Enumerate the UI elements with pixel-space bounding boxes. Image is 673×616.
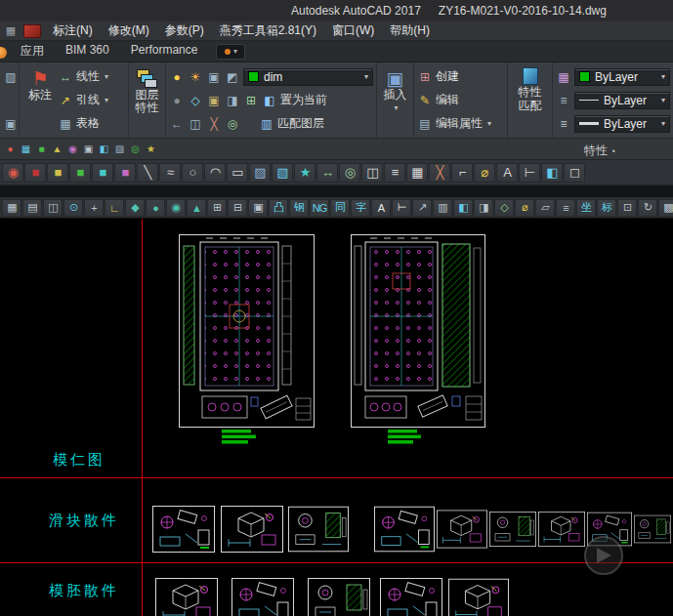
label-mold-core[interactable]: 模仁图 <box>53 451 105 470</box>
color-magenta-icon[interactable]: ■ <box>114 163 136 183</box>
layer-freeze-icon[interactable]: ◇ <box>188 93 203 108</box>
yanxiu-coord-icon[interactable]: 坐 <box>576 199 596 217</box>
offset-icon[interactable]: ≡ <box>384 163 405 183</box>
cropped-tool-icon[interactable]: ▨ <box>3 69 19 85</box>
layer-combobox[interactable]: dim ▾ <box>243 68 373 86</box>
match-properties-button[interactable]: 特性 匹配 <box>519 65 542 112</box>
properties-panel-title[interactable]: 特性 ▪ <box>584 143 615 159</box>
mold-core-drawing-right[interactable] <box>352 235 485 444</box>
regen-icon[interactable]: ↻ <box>638 199 657 217</box>
color-cyan-icon[interactable]: ■ <box>92 163 113 183</box>
label-slider-parts[interactable]: 滑块散件 <box>49 512 119 530</box>
layer-on-bulb-icon[interactable]: ● <box>169 69 185 85</box>
image-ref-icon[interactable]: ▣ <box>248 199 268 217</box>
gradient-icon[interactable]: ▧ <box>272 163 293 183</box>
linetype-combobox[interactable]: ByLayer ▾ <box>574 92 670 109</box>
part-thumbnail[interactable] <box>634 515 670 543</box>
yanxiu-label-icon[interactable]: 标 <box>597 199 616 217</box>
menu-parametric[interactable]: 参数(P) <box>157 21 212 41</box>
table-grid-icon[interactable]: ▦ <box>2 199 21 217</box>
layer-properties-button[interactable]: 图层 特性 <box>136 65 159 114</box>
text-icon[interactable]: A <box>496 163 518 183</box>
fillet-icon[interactable]: ⌐ <box>451 163 473 183</box>
bom-bars[interactable] <box>388 430 421 444</box>
layer-isolate-icon[interactable]: ◧ <box>453 199 473 217</box>
rotate-icon[interactable]: ◎ <box>339 163 360 183</box>
part-thumbnail[interactable] <box>374 507 434 552</box>
menu-window[interactable]: 窗口(W) <box>324 21 382 41</box>
part-thumbnail[interactable] <box>156 579 218 616</box>
dock-model-icon[interactable]: ◎ <box>127 142 143 157</box>
mold-core-drawing-left[interactable] <box>180 235 315 444</box>
tab-performance[interactable]: Performance <box>120 40 209 62</box>
cropped-tool-icon[interactable]: ▣ <box>3 116 19 132</box>
viewport-icon[interactable]: ◫ <box>43 199 63 217</box>
dim-style-icon[interactable]: ⊢ <box>392 199 411 217</box>
yanxiu-same-icon[interactable]: 同 <box>330 199 350 217</box>
area-icon[interactable]: ▱ <box>535 199 555 217</box>
part-thumbnail[interactable] <box>489 512 535 546</box>
edit-attributes-button[interactable]: ▤ 编辑属性 ▾ <box>417 112 504 135</box>
match-props-icon[interactable]: ◧ <box>541 163 563 183</box>
layer-off-icon[interactable]: ◨ <box>474 199 493 217</box>
menu-help[interactable]: 帮助(H) <box>382 21 438 41</box>
part-thumbnail[interactable] <box>153 507 215 553</box>
box-3d-icon[interactable]: ◆ <box>125 199 145 217</box>
layer-lock-icon[interactable]: ▣ <box>206 69 222 85</box>
tab-app[interactable]: 应用 <box>10 40 55 62</box>
dimension-big-button[interactable]: ⚑ 标注 <box>22 65 58 102</box>
layer-off-icon[interactable]: ● <box>169 93 185 108</box>
draw-line-icon[interactable]: ╲ <box>137 163 158 183</box>
panel-expander-icon[interactable]: ▪ <box>612 146 615 155</box>
trim-icon[interactable]: ╳ <box>429 163 450 183</box>
yanxiu-text-icon[interactable]: 字 <box>351 199 370 217</box>
toolbar-options-dropdown[interactable]: ▾ <box>216 44 245 60</box>
yanxiu-parting-icon[interactable]: 凸 <box>269 199 288 217</box>
model-space-canvas[interactable]: 模仁图 滑块散件 模胚散件 <box>0 219 673 616</box>
color-red-icon[interactable]: ■ <box>24 163 46 183</box>
mleader-icon[interactable]: ↗ <box>412 199 432 217</box>
menu-modify[interactable]: 修改(M) <box>101 21 157 41</box>
drawing-canvas-svg[interactable] <box>0 219 673 616</box>
part-thumbnail[interactable] <box>222 507 283 553</box>
group-icon[interactable]: ◇ <box>494 199 514 217</box>
bom-bars[interactable] <box>222 430 256 444</box>
yanxiu-steel-icon[interactable]: 钢 <box>289 199 309 217</box>
osnap-star-icon[interactable]: ★ <box>294 163 315 183</box>
sphere-icon[interactable]: ◉ <box>166 199 186 217</box>
dock-dyninput-icon[interactable]: ◧ <box>96 142 111 157</box>
grid-snap-icon[interactable]: ▩ <box>658 199 673 217</box>
part-thumbnail[interactable] <box>288 507 348 552</box>
part-thumbnail[interactable] <box>437 511 486 548</box>
draw-polyline-icon[interactable]: ≈ <box>159 163 181 183</box>
autocad-logo-icon[interactable] <box>23 24 41 38</box>
part-thumbnail[interactable] <box>309 579 370 616</box>
ucs-icon[interactable]: ∟ <box>105 199 124 217</box>
draw-circle-icon[interactable]: ○ <box>182 163 203 183</box>
color-yellow-icon[interactable]: ■ <box>47 163 68 183</box>
table-style-icon[interactable]: ▥ <box>433 199 452 217</box>
xref-icon[interactable]: ⊟ <box>228 199 247 217</box>
measure-geom-icon[interactable]: ⌀ <box>515 199 534 217</box>
lineweight-combobox[interactable]: ByLayer ▾ <box>574 115 670 133</box>
layer-delete-icon[interactable]: ╳ <box>206 116 222 132</box>
app-menu-icon[interactable]: ▦ <box>2 23 20 38</box>
layer-new-icon[interactable]: ⊞ <box>243 93 259 108</box>
layer-previous-icon[interactable]: ← <box>169 116 185 132</box>
insert-block-button[interactable]: ▣ 插入 ▾ <box>384 65 407 114</box>
menu-yanxiu-toolbox[interactable]: 燕秀工具箱2.81(Y) <box>212 21 324 41</box>
linear-dim-button[interactable]: ↔ 线性 ▾ <box>58 65 125 88</box>
hatch-icon[interactable]: ▨ <box>249 163 271 183</box>
layer-isolate-icon[interactable]: ◩ <box>225 69 240 85</box>
dock-osnap-icon[interactable]: ◉ <box>64 142 80 157</box>
purge-icon[interactable]: ⊡ <box>617 199 637 217</box>
cylinder-icon[interactable]: ● <box>146 199 165 217</box>
set-current-button[interactable]: ◧ 置为当前 <box>262 92 327 108</box>
dock-lineweight-icon[interactable]: ▨ <box>111 142 127 157</box>
part-thumbnail[interactable] <box>232 579 294 616</box>
create-block-button[interactable]: ⊞ 创建 <box>417 65 504 88</box>
layer-walk-icon[interactable]: ◎ <box>225 116 240 132</box>
move-icon[interactable]: ↔ <box>316 163 338 183</box>
layer-merge-icon[interactable]: ◫ <box>188 116 203 132</box>
named-view-icon[interactable]: ▤ <box>22 199 42 217</box>
